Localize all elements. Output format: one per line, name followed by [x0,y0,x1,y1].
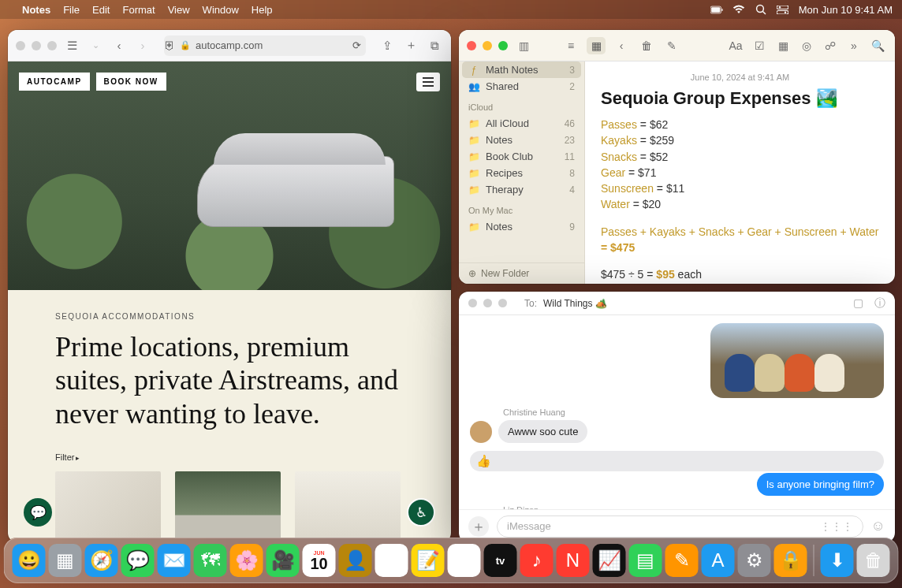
note-editor[interactable]: June 10, 2024 at 9:41 AM Sequoia Group E… [585,61,895,284]
emoji-icon[interactable]: ☺ [871,518,885,534]
view-grid-icon[interactable]: ▦ [587,37,606,54]
dock-reminders[interactable]: ☑︎ [375,544,408,577]
menu-window[interactable]: Window [203,4,239,16]
trash-icon[interactable]: 🗑 [637,37,656,54]
window-close[interactable] [467,41,476,50]
window-zoom[interactable] [498,41,508,50]
window-minimize[interactable] [483,41,492,50]
dock-lockscreen[interactable]: 🔒 [774,544,807,577]
share-icon[interactable]: ⇪ [378,37,396,54]
avatar[interactable] [470,421,492,443]
media-icon[interactable]: ◎ [797,37,816,54]
sidebar-item[interactable]: 📁Therapy4 [459,181,584,198]
dock-messages[interactable]: 💬 [121,544,155,577]
window-minimize[interactable] [483,299,492,307]
apps-icon[interactable]: ＋ [468,516,489,537]
sidebar-toggle-icon[interactable]: ☰ [63,37,80,54]
table-icon[interactable]: ▦ [773,37,792,54]
format-icon[interactable]: Aa [726,37,745,54]
link-icon[interactable]: ☍ [821,37,840,54]
sidebar-toggle-icon[interactable]: ▥ [514,37,533,54]
dock-mail[interactable]: ✉️ [158,544,191,577]
message-input[interactable]: iMessage ⋮⋮⋮ [497,515,863,538]
more-icon[interactable]: » [844,37,863,54]
reaction-bubble[interactable]: 👍 [470,451,884,471]
window-minimize[interactable] [32,41,41,50]
window-close[interactable] [16,41,25,50]
dock-photos[interactable]: 🌸 [230,544,263,577]
sidebar-item[interactable]: 📁Book Club11 [459,148,584,165]
dock-settings[interactable]: ⚙︎ [738,544,771,577]
dock-maps[interactable]: 🗺 [194,544,227,577]
tabs-icon[interactable]: ⧉ [426,37,443,54]
dock-music[interactable]: ♪ [520,544,554,577]
sidebar-item[interactable]: 📁Notes23 [459,132,584,148]
filter-button[interactable]: Filter [8,435,451,468]
accessibility-icon[interactable]: ♿︎ [407,498,435,527]
menubar-clock[interactable]: Mon Jun 10 9:41 AM [799,4,893,16]
facetime-icon[interactable]: ▢ [853,296,863,311]
battery-icon[interactable] [710,3,723,16]
new-folder-button[interactable]: ⊕New Folder [459,262,584,284]
window-zoom[interactable] [498,299,507,307]
search-icon[interactable]: 🔍 [868,37,887,54]
message-bubble[interactable]: Awww soo cute [498,420,587,443]
shared-photo[interactable] [710,323,884,398]
dock-facetime[interactable]: 🎥 [266,544,300,577]
menu-edit[interactable]: Edit [92,4,110,16]
menu-help[interactable]: Help [252,4,273,16]
address-bar[interactable]: ⛨ 🔒 autocamp.com ⟳ [164,35,366,56]
messages-thread[interactable]: Christine Huang Awww soo cute 👍 Is anyon… [459,315,895,509]
dock-trash[interactable]: 🗑 [857,544,890,577]
reload-icon[interactable]: ⟳ [352,39,361,51]
waveform-icon[interactable]: ⋮⋮⋮ [820,520,853,533]
sidebar-item[interactable]: ƒMath Notes3 [462,61,581,78]
view-list-icon[interactable]: ≡ [561,37,580,54]
accommodation-thumb[interactable] [55,471,161,542]
dock-notes[interactable]: 📝 [412,544,445,577]
add-tab-icon[interactable]: ＋ [402,37,419,54]
sidebar-item[interactable]: 📁All iCloud46 [459,115,584,132]
wifi-icon[interactable] [732,3,745,16]
accommodation-thumb[interactable] [295,471,401,542]
info-icon[interactable]: ⓘ [874,296,885,311]
dock-calendar[interactable]: JUN10 [303,544,336,577]
nav-forward-icon[interactable]: › [134,37,151,54]
accommodation-thumb[interactable] [175,471,281,542]
nav-back-icon[interactable]: ‹ [110,37,128,54]
dock-downloads[interactable]: ⬇︎ [821,544,854,577]
checklist-icon[interactable]: ☑ [750,37,769,54]
dock-finder[interactable]: 😀 [13,544,46,577]
menu-view[interactable]: View [168,4,190,16]
compose-icon[interactable]: ✎ [662,37,681,54]
menu-icon[interactable] [416,73,440,91]
menu-file[interactable]: File [63,4,80,16]
sidebar-item[interactable]: 👥Shared2 [459,78,584,95]
dock-launchpad[interactable]: ▦ [49,544,82,577]
control-center-icon[interactable] [777,3,789,16]
nav-back-icon[interactable]: ‹ [612,37,631,54]
sidebar-item[interactable]: 📁Notes9 [459,218,584,235]
dock-freeform[interactable]: ✎ [448,544,481,577]
dock-contacts[interactable]: 👤 [339,544,372,577]
brand-badge[interactable]: AUTOCAMP [19,73,90,91]
window-close[interactable] [468,299,477,307]
dock-news[interactable]: N [557,544,590,577]
book-now-button[interactable]: BOOK NOW [96,73,166,91]
chevron-down-icon[interactable]: ⌄ [87,37,104,54]
sidebar-item[interactable]: 📁Recipes8 [459,165,584,181]
window-zoom[interactable] [47,41,57,50]
dock-safari[interactable]: 🧭 [85,544,118,577]
chat-icon[interactable]: 💬 [24,498,52,527]
dock-appstore[interactable]: A [702,544,735,577]
dock-stocks[interactable]: 📈 [593,544,626,577]
spotlight-icon[interactable] [755,3,767,16]
menu-app-name[interactable]: Notes [22,4,50,16]
dock-pages[interactable]: ✎ [665,544,699,577]
message-bubble-outgoing[interactable]: Is anyone bringing film? [757,473,884,496]
dock-tv[interactable]: tv [484,544,517,577]
conversation-name[interactable]: Wild Things 🏕️ [543,298,607,309]
dock-numbers[interactable]: ▤ [629,544,662,577]
menu-format[interactable]: Format [122,4,155,16]
to-label: To: [524,298,537,309]
